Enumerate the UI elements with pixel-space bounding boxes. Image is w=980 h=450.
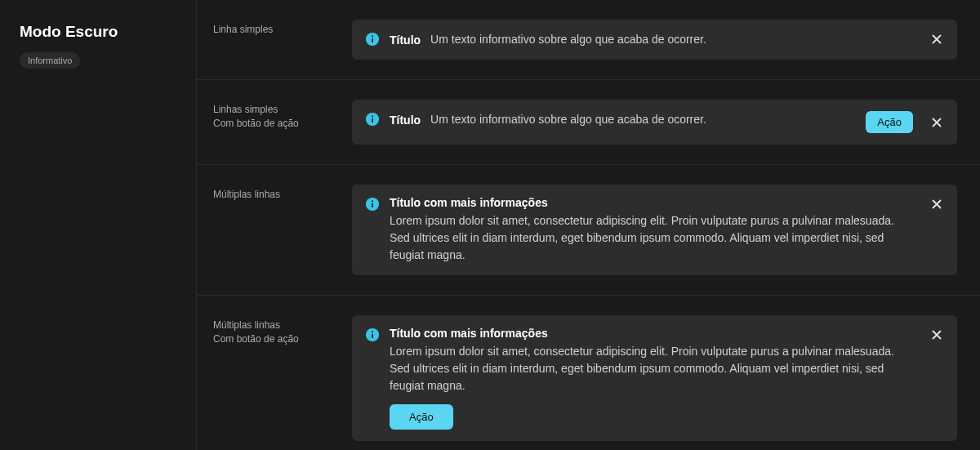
close-icon[interactable]	[929, 327, 944, 342]
info-icon	[365, 197, 380, 212]
toast-title: Título	[390, 33, 421, 47]
row-label-line2: Com botão de ação	[213, 332, 336, 346]
toast-info: Título Um texto informativo sobre algo q…	[352, 20, 957, 60]
toast-info: Título com mais informações Lorem ipsum …	[352, 185, 957, 275]
svg-point-2	[372, 35, 373, 37]
close-icon[interactable]	[929, 197, 944, 212]
row-label-line1: Múltiplas linhas	[213, 189, 280, 200]
example-row: Múltiplas linhas Título com mais informa…	[197, 165, 980, 296]
row-label: Múltiplas linhas Com botão de ação	[213, 315, 336, 346]
category-badge: Informativo	[20, 52, 80, 69]
close-icon[interactable]	[929, 32, 944, 47]
svg-rect-4	[372, 118, 373, 123]
toast-description: Um texto informativo sobre algo que acab…	[430, 31, 706, 48]
sidebar: Modo Escuro Informativo	[0, 0, 196, 450]
info-icon	[365, 112, 380, 127]
toast-info: Título Um texto informativo sobre algo q…	[352, 100, 957, 145]
info-icon	[365, 32, 380, 47]
close-icon[interactable]	[929, 115, 944, 130]
toast-description: Um texto informativo sobre algo que acab…	[430, 111, 706, 128]
example-row: Linha simples Título Um texto informativ…	[197, 0, 980, 80]
action-button[interactable]: Ação	[866, 111, 913, 133]
info-icon	[365, 327, 380, 342]
row-label: Linha simples	[213, 20, 336, 37]
toast-description: Lorem ipsum dolor sit amet, consectetur …	[390, 212, 916, 264]
row-label-line1: Linhas simples	[213, 103, 336, 117]
example-row: Múltiplas linhas Com botão de ação Títul…	[197, 296, 980, 450]
svg-rect-1	[372, 38, 373, 42]
row-label-line1: Linha simples	[213, 24, 273, 35]
page-title: Modo Escuro	[20, 23, 176, 41]
row-label-line1: Múltiplas linhas	[213, 319, 336, 332]
toast-title: Título com mais informações	[390, 196, 916, 209]
row-label: Linhas simples Com botão de ação	[213, 100, 336, 131]
svg-rect-7	[372, 203, 373, 207]
toast-title: Título com mais informações	[390, 327, 916, 340]
row-label: Múltiplas linhas	[213, 185, 336, 202]
svg-point-11	[372, 331, 373, 332]
action-button[interactable]: Ação	[390, 404, 453, 430]
svg-point-8	[372, 200, 373, 202]
main-content: Linha simples Título Um texto informativ…	[196, 0, 980, 450]
row-label-line2: Com botão de ação	[213, 117, 336, 131]
toast-description: Lorem ipsum dolor sit amet, consectetur …	[390, 343, 916, 394]
toast-info: Título com mais informações Lorem ipsum …	[352, 315, 957, 441]
svg-point-5	[372, 115, 373, 117]
example-row: Linhas simples Com botão de ação Título …	[197, 80, 980, 165]
toast-title: Título	[390, 114, 421, 127]
svg-rect-10	[372, 334, 373, 338]
